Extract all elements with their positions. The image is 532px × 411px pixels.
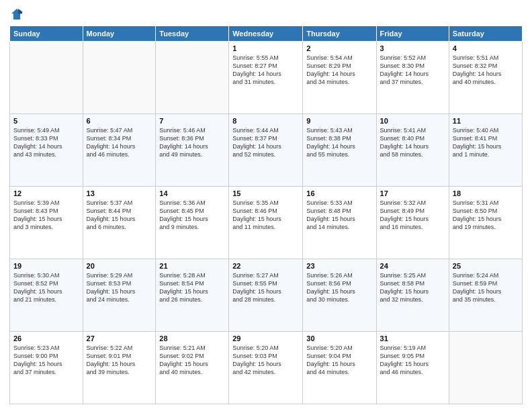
calendar-cell: 4Sunrise: 5:51 AM Sunset: 8:32 PM Daylig… [449, 42, 522, 114]
calendar-cell: 19Sunrise: 5:30 AM Sunset: 8:52 PM Dayli… [10, 259, 83, 332]
day-info: Sunrise: 5:47 AM Sunset: 8:34 PM Dayligh… [87, 126, 152, 159]
column-header-saturday: Saturday [449, 26, 522, 42]
day-info: Sunrise: 5:46 AM Sunset: 8:36 PM Dayligh… [159, 126, 225, 159]
calendar-cell: 11Sunrise: 5:40 AM Sunset: 8:41 PM Dayli… [449, 114, 522, 187]
day-number: 23 [306, 262, 372, 270]
day-number: 26 [13, 334, 79, 342]
day-info: Sunrise: 5:32 AM Sunset: 8:49 PM Dayligh… [380, 199, 445, 232]
header [9, 7, 523, 21]
calendar-cell: 6Sunrise: 5:47 AM Sunset: 8:34 PM Daylig… [83, 114, 156, 187]
day-info: Sunrise: 5:55 AM Sunset: 8:27 PM Dayligh… [232, 54, 299, 87]
calendar-cell [449, 332, 522, 404]
day-number: 5 [13, 117, 79, 125]
day-number: 9 [306, 117, 372, 125]
day-info: Sunrise: 5:29 AM Sunset: 8:53 PM Dayligh… [87, 271, 152, 304]
day-number: 22 [232, 262, 299, 270]
calendar-cell: 15Sunrise: 5:35 AM Sunset: 8:46 PM Dayli… [229, 187, 303, 259]
day-info: Sunrise: 5:21 AM Sunset: 9:02 PM Dayligh… [159, 344, 225, 377]
calendar-week-1: 1Sunrise: 5:55 AM Sunset: 8:27 PM Daylig… [10, 42, 523, 114]
calendar-cell: 14Sunrise: 5:36 AM Sunset: 8:45 PM Dayli… [156, 187, 229, 259]
day-info: Sunrise: 5:23 AM Sunset: 9:00 PM Dayligh… [13, 344, 79, 377]
day-info: Sunrise: 5:54 AM Sunset: 8:29 PM Dayligh… [306, 54, 372, 87]
calendar-week-3: 12Sunrise: 5:39 AM Sunset: 8:43 PM Dayli… [10, 187, 523, 259]
calendar-cell: 5Sunrise: 5:49 AM Sunset: 8:33 PM Daylig… [10, 114, 83, 187]
calendar-cell: 30Sunrise: 5:20 AM Sunset: 9:04 PM Dayli… [303, 332, 376, 404]
day-info: Sunrise: 5:51 AM Sunset: 8:32 PM Dayligh… [453, 54, 519, 87]
column-header-friday: Friday [376, 26, 449, 42]
day-number: 12 [13, 189, 79, 197]
day-number: 18 [453, 189, 519, 197]
day-info: Sunrise: 5:39 AM Sunset: 8:43 PM Dayligh… [13, 199, 79, 232]
day-number: 27 [87, 334, 152, 342]
day-number: 2 [306, 44, 372, 52]
day-info: Sunrise: 5:43 AM Sunset: 8:38 PM Dayligh… [306, 126, 372, 159]
day-number: 4 [453, 44, 519, 52]
day-number: 20 [87, 262, 152, 270]
column-header-wednesday: Wednesday [229, 26, 303, 42]
calendar-cell: 1Sunrise: 5:55 AM Sunset: 8:27 PM Daylig… [229, 42, 303, 114]
day-number: 6 [87, 117, 152, 125]
column-header-sunday: Sunday [10, 26, 83, 42]
calendar-cell: 20Sunrise: 5:29 AM Sunset: 8:53 PM Dayli… [83, 259, 156, 332]
calendar-cell: 17Sunrise: 5:32 AM Sunset: 8:49 PM Dayli… [376, 187, 449, 259]
calendar-cell: 9Sunrise: 5:43 AM Sunset: 8:38 PM Daylig… [303, 114, 376, 187]
calendar-cell [10, 42, 83, 114]
day-info: Sunrise: 5:36 AM Sunset: 8:45 PM Dayligh… [159, 199, 225, 232]
day-number: 29 [232, 334, 299, 342]
day-info: Sunrise: 5:20 AM Sunset: 9:03 PM Dayligh… [232, 344, 299, 377]
calendar-cell: 2Sunrise: 5:54 AM Sunset: 8:29 PM Daylig… [303, 42, 376, 114]
calendar-cell: 23Sunrise: 5:26 AM Sunset: 8:56 PM Dayli… [303, 259, 376, 332]
day-number: 25 [453, 262, 519, 270]
calendar-cell: 28Sunrise: 5:21 AM Sunset: 9:02 PM Dayli… [156, 332, 229, 404]
day-number: 30 [306, 334, 372, 342]
column-header-monday: Monday [83, 26, 156, 42]
day-info: Sunrise: 5:25 AM Sunset: 8:58 PM Dayligh… [380, 271, 445, 304]
calendar-cell [156, 42, 229, 114]
calendar: SundayMondayTuesdayWednesdayThursdayFrid… [9, 26, 523, 404]
calendar-cell: 21Sunrise: 5:28 AM Sunset: 8:54 PM Dayli… [156, 259, 229, 332]
day-number: 13 [87, 189, 152, 197]
day-info: Sunrise: 5:26 AM Sunset: 8:56 PM Dayligh… [306, 271, 372, 304]
day-number: 15 [232, 189, 299, 197]
day-info: Sunrise: 5:31 AM Sunset: 8:50 PM Dayligh… [453, 199, 519, 232]
day-info: Sunrise: 5:22 AM Sunset: 9:01 PM Dayligh… [87, 344, 152, 377]
day-number: 16 [306, 189, 372, 197]
day-info: Sunrise: 5:24 AM Sunset: 8:59 PM Dayligh… [453, 271, 519, 304]
day-info: Sunrise: 5:30 AM Sunset: 8:52 PM Dayligh… [13, 271, 79, 304]
day-number: 31 [380, 334, 445, 342]
calendar-cell: 10Sunrise: 5:41 AM Sunset: 8:40 PM Dayli… [376, 114, 449, 187]
day-info: Sunrise: 5:27 AM Sunset: 8:55 PM Dayligh… [232, 271, 299, 304]
day-number: 11 [453, 117, 519, 125]
calendar-cell: 29Sunrise: 5:20 AM Sunset: 9:03 PM Dayli… [229, 332, 303, 404]
calendar-cell [83, 42, 156, 114]
day-number: 14 [159, 189, 225, 197]
calendar-header-row: SundayMondayTuesdayWednesdayThursdayFrid… [10, 26, 523, 42]
calendar-cell: 31Sunrise: 5:19 AM Sunset: 9:05 PM Dayli… [376, 332, 449, 404]
calendar-cell: 18Sunrise: 5:31 AM Sunset: 8:50 PM Dayli… [449, 187, 522, 259]
day-info: Sunrise: 5:37 AM Sunset: 8:44 PM Dayligh… [87, 199, 152, 232]
day-info: Sunrise: 5:20 AM Sunset: 9:04 PM Dayligh… [306, 344, 372, 377]
calendar-week-4: 19Sunrise: 5:30 AM Sunset: 8:52 PM Dayli… [10, 259, 523, 332]
day-number: 8 [232, 117, 299, 125]
day-number: 7 [159, 117, 225, 125]
calendar-cell: 25Sunrise: 5:24 AM Sunset: 8:59 PM Dayli… [449, 259, 522, 332]
calendar-cell: 7Sunrise: 5:46 AM Sunset: 8:36 PM Daylig… [156, 114, 229, 187]
svg-marker-1 [18, 9, 22, 13]
logo-icon [9, 7, 24, 21]
column-header-tuesday: Tuesday [156, 26, 229, 42]
day-number: 24 [380, 262, 445, 270]
calendar-cell: 13Sunrise: 5:37 AM Sunset: 8:44 PM Dayli… [83, 187, 156, 259]
calendar-cell: 24Sunrise: 5:25 AM Sunset: 8:58 PM Dayli… [376, 259, 449, 332]
day-number: 1 [232, 44, 299, 52]
column-header-thursday: Thursday [303, 26, 376, 42]
calendar-week-5: 26Sunrise: 5:23 AM Sunset: 9:00 PM Dayli… [10, 332, 523, 404]
day-number: 28 [159, 334, 225, 342]
day-info: Sunrise: 5:49 AM Sunset: 8:33 PM Dayligh… [13, 126, 79, 159]
day-info: Sunrise: 5:41 AM Sunset: 8:40 PM Dayligh… [380, 126, 445, 159]
calendar-cell: 26Sunrise: 5:23 AM Sunset: 9:00 PM Dayli… [10, 332, 83, 404]
calendar-cell: 27Sunrise: 5:22 AM Sunset: 9:01 PM Dayli… [83, 332, 156, 404]
calendar-week-2: 5Sunrise: 5:49 AM Sunset: 8:33 PM Daylig… [10, 114, 523, 187]
svg-marker-0 [11, 9, 22, 19]
day-info: Sunrise: 5:35 AM Sunset: 8:46 PM Dayligh… [232, 199, 299, 232]
day-info: Sunrise: 5:28 AM Sunset: 8:54 PM Dayligh… [159, 271, 225, 304]
